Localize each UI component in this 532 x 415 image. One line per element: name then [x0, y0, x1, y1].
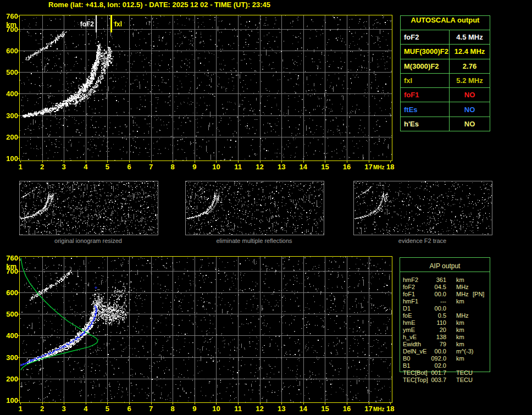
aip-row-value: 79 [415, 341, 446, 348]
x-tick-mark [260, 402, 261, 405]
y-tick-mark [17, 93, 19, 94]
y-tick-label: 100 [1, 154, 18, 163]
x-tick-label: 18 [384, 405, 397, 413]
aip-row-B1: B102.0 [400, 362, 492, 369]
aip-row-label: B0 [403, 355, 410, 362]
aip-row-value: 20 [415, 327, 446, 334]
x-tick-mark [195, 402, 195, 405]
aip-row-unit: MHz [456, 312, 469, 319]
autoscala-row-value: 4.5 MHz [450, 30, 490, 44]
x-tick-mark [20, 161, 21, 163]
x-tick-mark [347, 402, 347, 405]
x-tick-label: 12 [253, 405, 267, 413]
x-tick-mark [216, 402, 217, 405]
autoscala-row-value: 2.76 [450, 59, 490, 73]
aip-row-unit: MHz [456, 291, 469, 298]
autoscala-row-value: NO [450, 102, 490, 116]
y-tick-label: 300 [1, 112, 18, 120]
ionogram-canvas-bottom [20, 257, 392, 402]
y-tick-label: 200 [1, 375, 18, 383]
x-tick-mark [86, 161, 86, 163]
aip-row-label: D1 [403, 305, 411, 312]
y-tick-label: 600 [1, 47, 18, 55]
aip-row-label: foF2 [403, 284, 415, 291]
autoscala-row-label: foF1 [401, 88, 450, 102]
aip-row-value: 02.0 [415, 362, 446, 369]
x-tick-label: 5 [101, 163, 114, 171]
x-tick-mark [20, 402, 21, 405]
aip-row-foE: foE0.5MHz [400, 312, 492, 319]
aip-row-label: hmE [403, 319, 415, 327]
thumbnail-caption-eliminate: eliminate multiple reflections [185, 237, 324, 244]
y-tick-label: 400 [1, 331, 18, 340]
aip-row-label: ymE [403, 327, 415, 334]
foF2-marker-label: foF2 [76, 20, 94, 28]
autoscala-row-value: 12.4 MHz [450, 45, 490, 58]
x-tick-mark [86, 402, 86, 405]
x-tick-mark [347, 161, 347, 163]
x-tick-mark [107, 161, 108, 163]
autoscala-table-header: AUTOSCALA output [401, 16, 490, 30]
x-tick-label: 15 [318, 163, 331, 171]
aip-row-value: --- [415, 298, 446, 305]
aip-row-D1: D100.0 [400, 305, 492, 312]
y-tick-label: 600 [1, 289, 18, 297]
aip-row-unit: MHz [456, 284, 469, 291]
thumbnail-original-ionogram [19, 181, 158, 235]
autoscala-row-value: NO [450, 117, 490, 131]
y-tick-mark [17, 72, 19, 73]
aip-row-value: 0.5 [415, 312, 446, 319]
y-tick-label: 400 [1, 90, 18, 98]
x-tick-mark [195, 161, 195, 163]
thumbnail-caption-original: original ionogram resized [19, 237, 158, 244]
x-tick-mark [303, 161, 304, 163]
ionogram-plot-top [19, 15, 392, 161]
autoscala-row-fxI: fxI5.2 MHz [401, 73, 490, 87]
aip-row-hmF2: hmF2361km [400, 276, 492, 284]
aip-row-B0: B0092.0km [400, 355, 492, 362]
x-tick-label: 14 [297, 163, 310, 171]
aip-row-value: 003.7 [415, 377, 446, 384]
x-tick-label: 7 [145, 163, 158, 171]
x-tick-label: 6 [123, 163, 136, 171]
x-tick-label: 12 [253, 163, 267, 171]
aip-row-value: 361 [415, 276, 446, 284]
aip-header-divider [400, 272, 490, 272]
aip-table-header: AIP output [400, 262, 490, 270]
thumbnail-canvas-evidence [354, 181, 492, 235]
x-tick-label: 1 [14, 405, 27, 413]
aip-row-value: 138 [415, 334, 446, 341]
aip-row-h_vE: h_vE138km [400, 334, 492, 341]
autoscala-row-label: MUF(3000)F2 [401, 45, 450, 58]
x-tick-mark [325, 402, 325, 405]
thumbnail-canvas-eliminate [186, 181, 324, 235]
autoscala-row-label: fxI [401, 74, 450, 87]
x-tick-label: 4 [79, 405, 92, 413]
aip-row-TEC[Top]: TEC[Top]003.7TECU [400, 377, 492, 384]
y-tick-mark [17, 292, 19, 293]
x-tick-label: 16 [340, 405, 353, 413]
aip-row-value: 00.0 [415, 291, 446, 298]
y-tick-mark [17, 258, 19, 258]
autoscala-output-table: AUTOSCALA output foF24.5 MHzMUF(3000)F21… [400, 15, 490, 131]
x-tick-mark [42, 402, 43, 405]
aip-row-unit: km [456, 276, 464, 284]
x-tick-label: 4 [79, 163, 92, 171]
x-tick-label: 11 [231, 163, 245, 171]
y-tick-mark [17, 314, 19, 314]
x-tick-mark [281, 161, 282, 163]
autoscala-row-MUF(3000)F2: MUF(3000)F212.4 MHz [401, 44, 490, 58]
autoscala-row-foF1: foF1NO [401, 87, 490, 102]
fxI-marker-line [110, 15, 112, 32]
x-tick-mark [151, 402, 152, 405]
fxI-marker-label: fxI [114, 20, 122, 28]
y-tick-label: 100 [1, 396, 18, 405]
y-tick-mark [17, 335, 19, 336]
x-tick-mark [64, 161, 64, 163]
x-tick-mark [260, 161, 261, 163]
thumbnail-canvas-original [20, 181, 158, 235]
aip-row-unit: km [456, 341, 464, 348]
aip-row-ymE: ymE20km [400, 327, 492, 334]
x-tick-mark [151, 161, 152, 163]
x-tick-mark [64, 402, 64, 405]
